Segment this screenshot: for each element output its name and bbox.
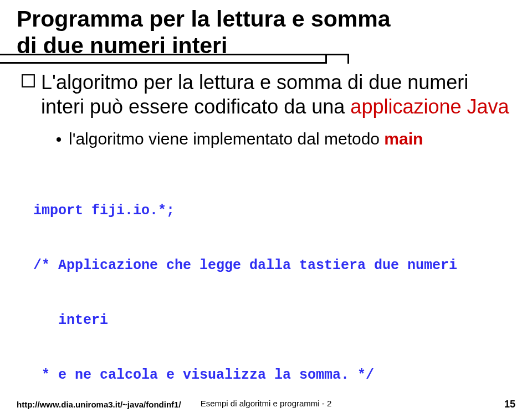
bullet-level1: L'algoritmo per la lettura e somma di du… (21, 70, 515, 120)
code-line: interi (33, 311, 515, 329)
code-line: import fiji.io.*; (33, 202, 515, 220)
slide: Programma per la lettura e somma di due … (0, 0, 532, 418)
title-region: Programma per la lettura e somma di due … (17, 6, 515, 60)
bullet-level2: l'algoritmo viene implementato dal metod… (21, 128, 515, 149)
title-line1: Programma per la lettura e somma (17, 6, 390, 32)
code-line: /* Applicazione che legge dalla tastiera… (33, 256, 515, 275)
subbullet-part1: l'algoritmo viene implementato dal metod… (69, 130, 384, 148)
slide-body: L'algoritmo per la lettura e somma di du… (17, 70, 515, 418)
title-underline (0, 54, 349, 64)
slide-title: Programma per la lettura e somma di due … (17, 6, 515, 59)
subbullet-part2-red: main (384, 130, 423, 148)
footer-title: Esempi di algoritmi e programmi - 2 (201, 399, 332, 408)
dot-bullet-icon (57, 137, 61, 142)
subbullet-text: l'algoritmo viene implementato dal metod… (69, 128, 423, 149)
bullet-text: L'algoritmo per la lettura e somma di du… (41, 70, 515, 120)
square-bullet-icon (21, 74, 35, 88)
page-number: 15 (504, 399, 515, 410)
svg-rect-0 (22, 75, 34, 87)
code-block: import fiji.io.*; /* Applicazione che le… (21, 165, 515, 419)
bullet-part2-red: applicazione Java (350, 95, 509, 118)
footer-url: http://www.dia.uniroma3.it/~java/fondinf… (17, 400, 181, 409)
code-line: * e ne calcola e visualizza la somma. */ (33, 366, 515, 384)
footer: http://www.dia.uniroma3.it/~java/fondinf… (17, 399, 515, 410)
